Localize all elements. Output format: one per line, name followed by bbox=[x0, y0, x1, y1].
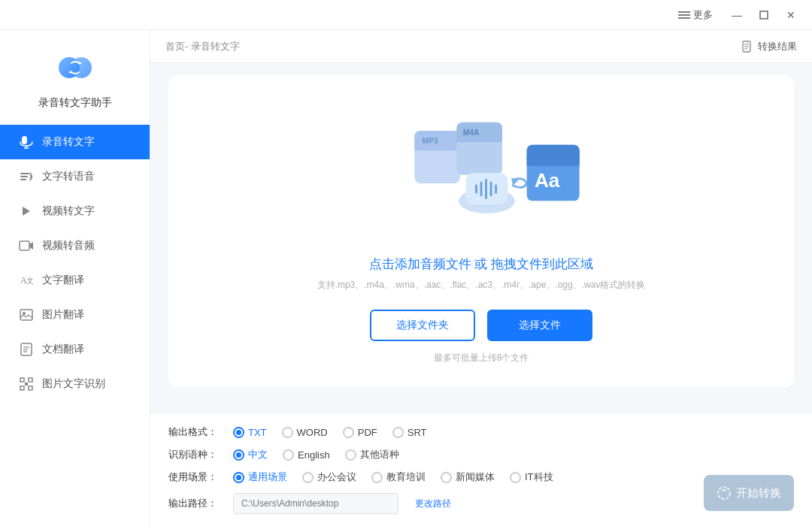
video-to-audio-icon bbox=[18, 237, 35, 254]
lang-english[interactable]: English bbox=[283, 449, 330, 461]
convert-results-button[interactable]: 转换结果 bbox=[741, 40, 797, 53]
illustration: MP3 M4A bbox=[376, 105, 586, 240]
svg-rect-19 bbox=[20, 310, 32, 320]
close-button[interactable]: ✕ bbox=[779, 5, 803, 26]
format-word[interactable]: WORD bbox=[282, 427, 328, 438]
image-ocr-icon bbox=[18, 376, 35, 392]
sidebar-item-doc-translate[interactable]: 文档翻译 bbox=[0, 332, 150, 367]
more-menu-btn[interactable]: 更多 bbox=[678, 8, 713, 22]
app-logo bbox=[53, 45, 98, 90]
scene-general[interactable]: 通用场景 bbox=[233, 470, 287, 484]
sidebar-item-image-ocr-label: 图片文字识别 bbox=[42, 377, 105, 391]
format-pdf-label: PDF bbox=[358, 427, 377, 438]
svg-rect-11 bbox=[20, 173, 29, 174]
audio-to-text-icon bbox=[18, 134, 35, 150]
illustration-svg: MP3 M4A bbox=[376, 105, 586, 240]
svg-rect-27 bbox=[20, 386, 24, 390]
svg-rect-12 bbox=[20, 176, 28, 177]
change-path-button[interactable]: 更改路径 bbox=[415, 497, 451, 510]
scene-office-dot bbox=[302, 472, 314, 483]
svg-rect-52 bbox=[527, 156, 580, 166]
format-pdf[interactable]: PDF bbox=[343, 427, 377, 438]
scene-row: 使用场景： 通用场景 办公会议 教育培训 bbox=[168, 470, 794, 484]
lang-other-dot bbox=[345, 449, 356, 461]
sidebar-item-doc-translate-label: 文档翻译 bbox=[42, 343, 84, 356]
scene-office[interactable]: 办公会议 bbox=[302, 470, 356, 484]
start-convert-button[interactable]: 开始转换 bbox=[704, 475, 794, 511]
app-name: 录音转文字助手 bbox=[38, 96, 112, 110]
select-file-button[interactable]: 选择文件 bbox=[487, 310, 592, 341]
sidebar-item-image-translate-label: 图片翻译 bbox=[42, 308, 84, 322]
app-body: 录音转文字助手 录音转文字 bbox=[0, 30, 812, 526]
image-translate-icon bbox=[18, 307, 35, 323]
lang-label: 识别语种： bbox=[168, 448, 221, 461]
scene-tech-label: IT科技 bbox=[525, 470, 553, 484]
sidebar-item-audio-to-text-label: 录音转文字 bbox=[42, 135, 95, 149]
path-row: 输出路径： 更改路径 bbox=[168, 493, 794, 514]
format-srt-dot bbox=[392, 427, 404, 438]
text-translate-icon: A 文 bbox=[18, 272, 35, 289]
start-convert-label: 开始转换 bbox=[736, 486, 781, 500]
lang-other-label: 其他语种 bbox=[360, 448, 399, 461]
format-txt[interactable]: TXT bbox=[233, 427, 267, 438]
svg-text:Aa: Aa bbox=[535, 169, 560, 192]
scene-radio-group: 通用场景 办公会议 教育培训 新闻媒体 bbox=[233, 470, 553, 484]
svg-rect-28 bbox=[29, 386, 32, 390]
scene-news[interactable]: 新闻媒体 bbox=[441, 470, 495, 484]
title-bar: 更多 — ✕ bbox=[0, 0, 812, 30]
drop-zone-buttons: 选择文件夹 选择文件 bbox=[370, 310, 592, 341]
scene-general-label: 通用场景 bbox=[248, 470, 287, 484]
scene-education-dot bbox=[371, 472, 383, 483]
sidebar-item-text-to-speech[interactable]: 文字转语音 bbox=[0, 159, 150, 194]
svg-point-5 bbox=[71, 57, 92, 78]
doc-translate-icon bbox=[18, 341, 35, 358]
lang-row: 识别语种： 中文 English 其他语种 bbox=[168, 448, 794, 461]
svg-text:M4A: M4A bbox=[463, 128, 480, 137]
content-area: 首页- 录音转文字 转换结果 bbox=[150, 30, 812, 526]
svg-rect-29 bbox=[25, 382, 28, 385]
sidebar-item-video-to-text-label: 视频转文字 bbox=[42, 204, 95, 218]
lang-other[interactable]: 其他语种 bbox=[345, 448, 399, 461]
format-word-dot bbox=[282, 427, 293, 438]
svg-rect-26 bbox=[29, 378, 32, 382]
top-bar: 首页- 录音转文字 转换结果 bbox=[150, 30, 812, 63]
drop-zone[interactable]: MP3 M4A bbox=[168, 75, 794, 387]
svg-point-20 bbox=[23, 312, 26, 315]
format-srt[interactable]: SRT bbox=[392, 427, 427, 438]
minimize-button[interactable]: — bbox=[725, 5, 749, 26]
svg-rect-25 bbox=[20, 378, 24, 382]
sidebar-item-video-to-audio[interactable]: 视频转音频 bbox=[0, 228, 150, 263]
scene-general-dot bbox=[233, 472, 244, 483]
file-icon bbox=[741, 41, 753, 53]
sidebar-item-audio-to-text[interactable]: 录音转文字 bbox=[0, 125, 150, 159]
convert-results-label: 转换结果 bbox=[758, 40, 797, 53]
drop-zone-note: 最多可批量上传8个文件 bbox=[434, 352, 529, 364]
lang-chinese-dot bbox=[233, 449, 244, 461]
sidebar-nav: 录音转文字 文字转语音 bbox=[0, 125, 150, 401]
scene-education-label: 教育培训 bbox=[386, 470, 426, 484]
lang-english-label: English bbox=[298, 449, 330, 461]
scene-tech[interactable]: IT科技 bbox=[510, 470, 553, 484]
scene-education[interactable]: 教育培训 bbox=[371, 470, 426, 484]
breadcrumb: 首页- 录音转文字 bbox=[165, 40, 240, 53]
path-input[interactable] bbox=[233, 493, 398, 514]
svg-marker-14 bbox=[23, 207, 30, 216]
drop-zone-subtitle: 支持.mp3、.m4a、.wma、.aac、.flac、.ac3、.m4r、.a… bbox=[317, 279, 646, 292]
lang-chinese[interactable]: 中文 bbox=[233, 448, 268, 461]
format-srt-label: SRT bbox=[408, 427, 427, 438]
svg-rect-13 bbox=[20, 179, 26, 180]
menu-icon bbox=[678, 11, 690, 20]
maximize-button[interactable] bbox=[752, 5, 776, 26]
format-row: 输出格式： TXT WORD PDF bbox=[168, 425, 794, 439]
format-label: 输出格式： bbox=[168, 425, 221, 439]
select-folder-button[interactable]: 选择文件夹 bbox=[370, 310, 475, 341]
lang-english-dot bbox=[283, 449, 294, 461]
format-word-label: WORD bbox=[297, 427, 328, 438]
svg-rect-8 bbox=[22, 136, 27, 144]
path-label: 输出路径： bbox=[168, 497, 221, 510]
content-wrapper: MP3 M4A bbox=[150, 63, 812, 526]
sidebar-item-video-to-text[interactable]: 视频转文字 bbox=[0, 194, 150, 228]
sidebar-item-image-translate[interactable]: 图片翻译 bbox=[0, 298, 150, 332]
sidebar-item-text-translate[interactable]: A 文 文字翻译 bbox=[0, 263, 150, 298]
sidebar-item-image-ocr[interactable]: 图片文字识别 bbox=[0, 367, 150, 401]
